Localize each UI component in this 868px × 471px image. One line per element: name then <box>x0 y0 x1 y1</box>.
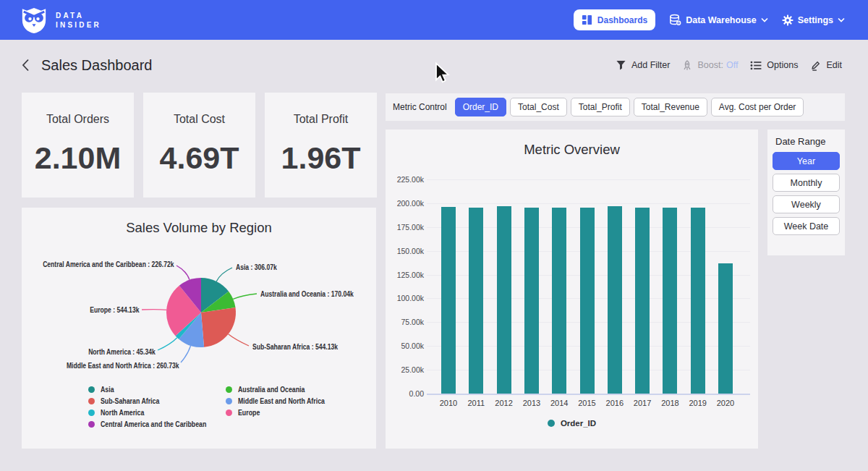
pie-legend-item[interactable]: Sub-Saharan Africa <box>88 396 174 405</box>
bar-chart-title: Metric Overview <box>386 142 758 158</box>
y-axis-tick: 25.00k <box>386 365 424 374</box>
legend-label: Central America and the Caribbean <box>101 420 206 428</box>
legend-label: Middle East and North Africa <box>238 396 325 405</box>
boost-toggle[interactable]: Boost: Off <box>682 60 738 71</box>
legend-label: Australia and Oceania <box>238 385 305 394</box>
legend-dot <box>88 421 95 428</box>
legend-dot <box>88 398 95 404</box>
kpi-value: 4.69T <box>160 140 239 176</box>
metric-option-avg-cost-per-order[interactable]: Avg. Cost per Order <box>711 98 804 116</box>
y-axis-tick: 175.00k <box>386 223 424 232</box>
legend-label: Europe <box>238 408 260 417</box>
logo-text: DATA INSIDER <box>56 11 101 30</box>
kpi-value: 2.10M <box>35 140 122 176</box>
pie-slice-label: Europe : 544.13k <box>90 305 139 314</box>
date-range-week-date[interactable]: Week Date <box>773 217 840 235</box>
legend-dot <box>88 386 95 393</box>
y-axis-tick: 225.00k <box>386 175 424 184</box>
bar-2013[interactable] <box>524 208 539 394</box>
pie-legend-item[interactable]: North America <box>88 408 155 417</box>
metric-option-total-revenue[interactable]: Total_Revenue <box>634 98 707 116</box>
gear-icon <box>782 14 793 26</box>
x-axis-tick: 2019 <box>684 399 712 407</box>
kpi-label: Total Orders <box>46 113 109 126</box>
metric-control-label: Metric Control <box>393 102 447 112</box>
x-axis-line <box>427 394 750 395</box>
date-range-card: Date Range YearMonthlyWeeklyWeek Date <box>767 130 845 255</box>
bar-2018[interactable] <box>663 208 677 394</box>
x-axis-tick: 2015 <box>574 399 601 407</box>
pie-slice-label: Middle East and North Africa : 260.73k <box>66 361 179 370</box>
legend-label: North America <box>101 408 144 417</box>
back-button[interactable] <box>22 58 33 72</box>
database-icon <box>669 14 681 26</box>
dashboards-button[interactable]: Dashboards <box>574 9 655 30</box>
bar-2012[interactable] <box>497 206 511 394</box>
owl-logo-icon <box>20 7 48 34</box>
pie-slice-label: Australia and Oceania : 170.04k <box>260 289 354 298</box>
bar-chart-legend: Order_ID <box>386 419 758 428</box>
x-axis-tick: 2016 <box>601 399 629 407</box>
kpi-card: Total Orders 2.10M <box>22 93 134 198</box>
date-range-monthly[interactable]: Monthly <box>773 174 840 192</box>
x-axis-tick: 2010 <box>435 399 462 407</box>
legend-dot <box>548 420 555 427</box>
kpi-label: Total Cost <box>174 113 225 126</box>
pie-legend-item[interactable]: Europe <box>226 408 265 417</box>
metric-option-order-id[interactable]: Order_ID <box>455 98 506 116</box>
options-button[interactable]: Options <box>750 60 798 70</box>
y-axis-tick: 50.00k <box>386 341 424 350</box>
bar-2010[interactable] <box>441 207 456 394</box>
metric-option-total-cost[interactable]: Total_Cost <box>510 98 567 116</box>
kpi-value: 1.96T <box>281 140 361 176</box>
legend-label: Sub-Saharan Africa <box>101 396 159 405</box>
settings-label: Settings <box>798 15 833 25</box>
x-axis-tick: 2011 <box>462 399 490 407</box>
pie-slice-label: Asia : 306.07k <box>236 263 277 271</box>
page-title: Sales Dashboard <box>41 57 152 74</box>
edit-button[interactable]: Edit <box>810 60 842 71</box>
pie-legend-item[interactable]: Central America and the Caribbean <box>88 420 233 428</box>
bar-2015[interactable] <box>580 208 595 394</box>
pie-legend-item[interactable]: Asia <box>88 385 117 394</box>
app-logo[interactable]: DATA INSIDER <box>20 7 101 34</box>
y-axis-tick: 0.00 <box>386 389 424 398</box>
legend-dot <box>226 386 232 393</box>
date-range-weekly[interactable]: Weekly <box>773 195 840 213</box>
settings-menu[interactable]: Settings <box>782 14 845 26</box>
filter-icon <box>616 60 626 70</box>
bar-2016[interactable] <box>608 206 622 394</box>
x-axis-tick: 2018 <box>656 399 684 407</box>
x-axis-tick: 2017 <box>629 399 656 407</box>
bar-2011[interactable] <box>469 208 483 394</box>
dashboards-icon <box>582 14 592 25</box>
add-filter-button[interactable]: Add Filter <box>616 60 671 70</box>
list-icon <box>750 61 762 70</box>
x-axis-tick: 2013 <box>518 399 545 407</box>
kpi-card: Total Profit 1.96T <box>265 93 377 198</box>
y-axis-tick: 100.00k <box>386 294 424 302</box>
bar-2019[interactable] <box>691 208 705 394</box>
pencil-icon <box>810 60 821 71</box>
bar-2020[interactable] <box>718 263 733 394</box>
kpi-label: Total Profit <box>294 113 349 126</box>
gridline <box>427 179 750 180</box>
date-range-title: Date Range <box>775 136 840 147</box>
metric-option-total-profit[interactable]: Total_Profit <box>571 98 630 116</box>
date-range-year[interactable]: Year <box>773 152 840 170</box>
pie-legend-item[interactable]: Australia and Oceania <box>226 385 322 394</box>
pie-legend-item[interactable]: Middle East and North Africa <box>226 396 346 405</box>
data-warehouse-label: Data Warehouse <box>686 15 756 25</box>
data-warehouse-menu[interactable]: Data Warehouse <box>669 14 767 26</box>
rocket-icon <box>682 60 692 71</box>
top-navbar: DATA INSIDER Dashboards Data Warehouse <box>0 0 868 40</box>
x-axis-tick: 2020 <box>712 399 739 407</box>
chevron-down-icon <box>761 17 768 22</box>
y-axis-tick: 125.00k <box>386 271 424 279</box>
y-axis-tick: 75.00k <box>386 318 424 326</box>
chevron-left-icon <box>22 59 30 72</box>
bar-2017[interactable] <box>635 208 650 394</box>
kpi-card: Total Cost 4.69T <box>143 93 255 198</box>
y-axis-tick: 200.00k <box>386 199 424 208</box>
bar-2014[interactable] <box>552 208 566 394</box>
